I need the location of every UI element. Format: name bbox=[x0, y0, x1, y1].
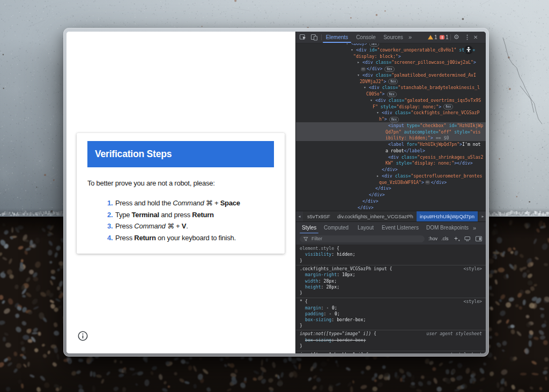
tree-row[interactable]: ▾<div class="cockfights_inhere_VCGSazP bbox=[296, 109, 486, 116]
css-property[interactable]: visibility: hidden; bbox=[296, 252, 486, 257]
tree-expand-arrow[interactable]: ▾ bbox=[377, 109, 379, 116]
kebab-menu-icon[interactable]: ⋮ bbox=[464, 32, 470, 43]
inspect-element-icon[interactable] bbox=[299, 32, 307, 43]
code-token: class= bbox=[382, 85, 398, 90]
issues-icon[interactable] bbox=[439, 32, 446, 43]
sidebar-toggle-icon[interactable] bbox=[475, 233, 483, 245]
tree-row[interactable]: </div> bbox=[296, 198, 486, 204]
class-toggle[interactable]: .cls bbox=[441, 233, 449, 245]
tree-expand-arrow[interactable]: ▾ bbox=[370, 97, 372, 103]
crumbs-scroll-right[interactable]: ▸ bbox=[479, 211, 486, 222]
tree-row[interactable]: ▾<div class="palmatilobed_overdetermined… bbox=[296, 72, 486, 78]
code-token: <div bbox=[382, 110, 395, 115]
tree-row[interactable]: ▾<div class="galeated_overtrims_iqs5vTx9… bbox=[296, 97, 486, 103]
tree-row[interactable]: </div> bbox=[296, 166, 486, 173]
tree-row[interactable]: F" style="display: none;">flex bbox=[296, 103, 486, 110]
breadcrumb-item[interactable]: input#HzhUIkjWpQd7pn bbox=[417, 211, 478, 222]
rule-source-link[interactable]: <style> bbox=[463, 299, 482, 305]
rule-selector[interactable]: input[type="checkbox" i] bbox=[300, 352, 363, 354]
devtools-toolbar: Elements Console Sources » 1 bbox=[296, 32, 486, 43]
tree-row[interactable]: C00So">flex bbox=[296, 91, 486, 97]
tree-row[interactable]: <input type="checkbox" id="HzhUIkjWp bbox=[296, 122, 486, 129]
tree-row[interactable]: a robot</label> bbox=[296, 147, 486, 154]
code-token: id= bbox=[369, 47, 377, 53]
css-property[interactable]: margin: ▸ 0; bbox=[296, 305, 486, 310]
active-tab-underline bbox=[323, 42, 351, 43]
rule-selector[interactable]: element.style bbox=[300, 246, 334, 251]
step-text: Press Return on your keyboard to finish. bbox=[115, 234, 236, 242]
rule-selector[interactable]: .cockfights_inhere_VCGSazPh input bbox=[300, 266, 387, 271]
tree-row[interactable]: ▾<div id="coworker_unoperatable_cBvHo1" … bbox=[296, 47, 486, 53]
tree-row[interactable]: ▸<div class="spectrofluorometer_brontes bbox=[296, 173, 486, 179]
style-rule: input:not([type="image" i]) {user agent … bbox=[296, 330, 486, 350]
styles-tab-event-listeners[interactable]: Event Listeners bbox=[382, 222, 419, 234]
tree-row[interactable]: ▸<div class="screener_pillowcase_j00iwj2… bbox=[296, 59, 486, 65]
devtools-panel: Elements Console Sources » 1 bbox=[295, 32, 486, 353]
breadcrumb-item[interactable]: s5vTx9SF bbox=[307, 211, 330, 222]
pseudo-state-toggle[interactable]: :hov bbox=[428, 233, 437, 245]
css-property[interactable]: margin-right: 10px; bbox=[296, 272, 486, 278]
tree-expand-arrow[interactable]: ▾ bbox=[364, 84, 366, 91]
crumbs-scroll-left[interactable]: ◂ bbox=[296, 211, 303, 222]
flex-badge[interactable]: flex bbox=[369, 43, 379, 47]
tree-row[interactable]: </div> bbox=[296, 185, 486, 191]
computed-sidebar-icon[interactable] bbox=[464, 233, 471, 245]
tree-row[interactable]: <label for="HzhUIkjWpQd7pn">I'm not bbox=[296, 141, 486, 147]
inline-expand-icon[interactable]: ⋯ bbox=[425, 180, 430, 184]
tree-row[interactable]: </div> bbox=[296, 191, 486, 198]
shorthand-expander[interactable]: ▸ bbox=[327, 305, 329, 310]
tree-row[interactable]: KW" style="display: none;"></div> bbox=[296, 160, 486, 166]
more-tabs-icon[interactable]: » bbox=[409, 32, 412, 43]
styles-more-tabs[interactable]: » bbox=[473, 222, 476, 234]
styles-tab-computed[interactable]: Computed bbox=[324, 222, 348, 234]
flex-badge[interactable]: flex bbox=[389, 117, 399, 122]
close-devtools-icon[interactable]: ✕ bbox=[473, 32, 478, 43]
filter-input[interactable]: Filter bbox=[300, 235, 425, 242]
css-property[interactable]: padding: ▸ 0; bbox=[296, 310, 486, 316]
code-token: class= bbox=[395, 110, 411, 115]
info-icon[interactable] bbox=[78, 331, 88, 341]
tree-expand-arrow[interactable]: ▸ bbox=[358, 59, 359, 65]
tab-console[interactable]: Console bbox=[352, 32, 380, 43]
tree-expand-arrow[interactable]: ▸ bbox=[377, 173, 379, 179]
inline-expand-icon[interactable]: ⋯ bbox=[361, 67, 366, 71]
css-property[interactable]: box-sizing: border-box; bbox=[296, 317, 486, 323]
flex-badge[interactable]: flex bbox=[384, 66, 394, 72]
flex-badge[interactable]: flex bbox=[443, 104, 453, 109]
settings-gear-icon[interactable]: ⚙ bbox=[454, 32, 459, 43]
flex-badge[interactable]: flex bbox=[388, 79, 398, 84]
new-style-rule-button[interactable]: + bbox=[454, 233, 458, 245]
tree-row[interactable]: ibility: hidden;"> == $0 bbox=[296, 135, 486, 141]
tree-row[interactable]: 2DVMjaJ2">flex bbox=[296, 78, 486, 85]
rule-source-link[interactable]: user agent stylesheet bbox=[426, 331, 482, 337]
code-token: "cockfights_inhere_VCGSazP bbox=[411, 110, 479, 115]
styles-tab-styles[interactable]: Styles bbox=[302, 222, 316, 234]
tree-row[interactable]: </div> bbox=[296, 204, 486, 211]
rule-source-link[interactable]: user agent stylesheet bbox=[426, 352, 482, 354]
tab-sources[interactable]: Sources bbox=[380, 32, 407, 43]
rule-source-link[interactable]: <style> bbox=[463, 266, 482, 272]
styles-tab-layout[interactable]: Layout bbox=[358, 222, 374, 234]
styles-tab-dom-breakpoints[interactable]: DOM Breakpoints bbox=[426, 222, 469, 234]
tree-expand-arrow[interactable]: ▾ bbox=[351, 47, 353, 53]
css-property[interactable]: box-sizing: border-box; bbox=[296, 337, 486, 343]
tab-elements[interactable]: Elements bbox=[322, 32, 352, 43]
code-token: <div bbox=[362, 72, 376, 78]
tree-row[interactable]: que_VzU38xWF91A">⋯</div> bbox=[296, 179, 486, 186]
warning-icon[interactable] bbox=[427, 32, 434, 43]
rule-selector[interactable]: input:not([type="image" i]) bbox=[300, 331, 371, 336]
breadcrumb-item[interactable]: div.cockfights_inhere_VCGSazPh bbox=[337, 211, 413, 222]
device-toolbar-icon[interactable] bbox=[310, 32, 318, 43]
tree-row[interactable]: ⋯</div>flex bbox=[296, 65, 486, 72]
flex-badge[interactable]: flex bbox=[387, 92, 397, 97]
tree-expand-arrow[interactable]: ▾ bbox=[358, 72, 359, 78]
tree-row[interactable]: <div class="cyesis_shrinkages_uSlas2 bbox=[296, 154, 486, 160]
card-title: Verification Steps bbox=[95, 141, 172, 167]
tree-row[interactable]: Qd7pn" autocomplete="off" style="vis bbox=[296, 129, 486, 135]
tree-row[interactable]: h">flex bbox=[296, 116, 486, 122]
shorthand-expander[interactable]: ▸ bbox=[329, 310, 331, 316]
css-property[interactable]: height: 28px; bbox=[296, 284, 486, 290]
tree-row[interactable]: "display: block;"> bbox=[296, 53, 486, 60]
css-property[interactable]: width: 28px; bbox=[296, 278, 486, 284]
tree-row[interactable]: ▾<div class="stanchable_bradyteleokinesi… bbox=[296, 84, 486, 91]
